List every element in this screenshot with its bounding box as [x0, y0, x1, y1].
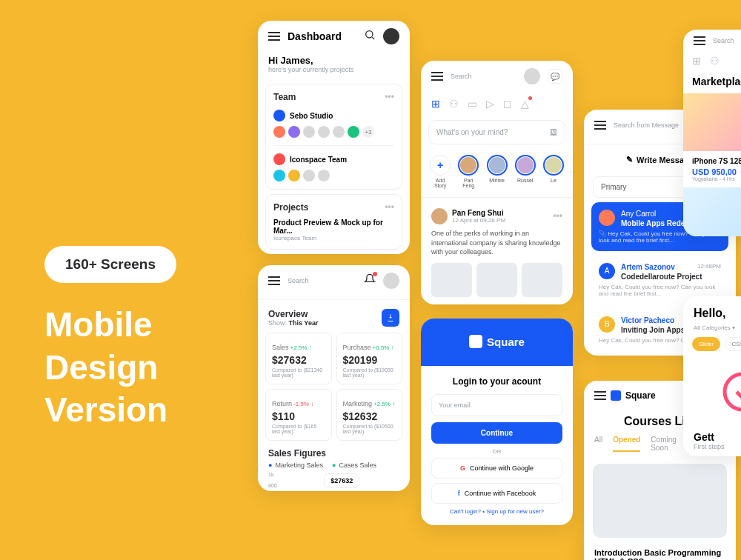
brand: Square — [487, 336, 525, 348]
more-icon[interactable]: ••• — [385, 92, 394, 102]
product-price: USD 950,00 — [692, 167, 741, 176]
nav-grid-icon[interactable]: ⊞ — [431, 98, 440, 110]
tab-opened[interactable]: Opened — [613, 436, 640, 452]
hero-title: Mobile Design Version — [44, 304, 176, 432]
project-title[interactable]: Product Preview & Mock up for Mar... — [273, 219, 394, 235]
avatar: B — [599, 316, 615, 333]
chip-slider[interactable]: Slider — [692, 337, 720, 351]
more-icon[interactable]: ••• — [385, 202, 394, 213]
product-image[interactable] — [683, 187, 741, 236]
more-icon[interactable]: ••• — [553, 211, 562, 221]
email-input[interactable]: Your email — [431, 394, 562, 416]
menu-icon[interactable] — [268, 36, 280, 37]
logo-icon — [469, 335, 482, 348]
menu-icon[interactable] — [594, 395, 606, 396]
nav-play-icon[interactable]: ▷ — [486, 98, 494, 110]
nav-users-icon[interactable]: ⚇ — [449, 98, 459, 110]
nav-bell-icon[interactable]: △ — [521, 98, 529, 110]
screen-hello: Hello, All Categories ▾ Slider CSS Gett … — [683, 296, 741, 456]
signup-link[interactable]: Sign up for new user? — [486, 508, 544, 515]
team-name[interactable]: Sebo Studio — [290, 112, 333, 120]
team-name[interactable]: Iconspace Team — [290, 156, 347, 164]
composer-input[interactable]: What's on your mind? 🖼 — [428, 120, 565, 144]
course-title[interactable]: Gett — [694, 431, 741, 443]
search-input[interactable]: Search — [451, 73, 516, 80]
search-input[interactable]: Search — [713, 37, 734, 44]
category-select[interactable]: All Categories ▾ — [683, 324, 741, 337]
team-members — [273, 170, 394, 181]
continue-button[interactable]: Continue — [431, 422, 562, 444]
stat-card[interactable]: Marketing+2.5% ↑$12632Compared to ($1050… — [336, 389, 403, 441]
feed-nav: ⊞ ⚇ ▭ ▷ ◻ △ — [421, 92, 573, 116]
screen-marketplace: Search ⊞ ⚇ Marketplace iPhone 7S 128 Ros… — [683, 30, 741, 236]
brand: Square — [625, 390, 656, 401]
story-item[interactable]: Le — [543, 155, 564, 188]
team-icon — [273, 110, 285, 121]
screen-feed: Search 💬 ⊞ ⚇ ▭ ▷ ◻ △ What's on your mind… — [421, 61, 573, 304]
legend-marketing: Marketing Sales — [268, 461, 323, 469]
nav-wallet-icon[interactable]: ▭ — [468, 98, 477, 110]
stat-card[interactable]: Return-1.5% ↓$110Compared to ($165 last … — [265, 389, 332, 441]
overview-title: Overview — [268, 309, 318, 319]
greeting: Hi James, — [268, 55, 399, 66]
svg-point-0 — [366, 31, 373, 38]
chart-tooltip: $27632 — [324, 473, 359, 488]
avatar[interactable] — [383, 273, 399, 289]
more-members[interactable]: +3 — [362, 126, 374, 138]
search-icon[interactable] — [364, 29, 376, 44]
page-title: Dashboard — [288, 30, 342, 42]
product-image[interactable] — [683, 93, 741, 151]
download-icon[interactable] — [382, 309, 399, 327]
menu-icon[interactable] — [431, 76, 443, 77]
or-divider: OR — [431, 448, 562, 455]
avatar[interactable] — [431, 208, 448, 224]
team-label: Team — [273, 92, 296, 102]
nav-grid-icon[interactable]: ⊞ — [692, 55, 701, 67]
messages-icon[interactable]: 💬 — [548, 69, 562, 84]
post-images[interactable] — [431, 263, 562, 297]
course-title[interactable]: Introduction Basic Programming HTML & CS… — [594, 548, 725, 560]
course-illustration — [683, 359, 741, 425]
avatar — [599, 210, 615, 226]
story-item[interactable]: Minnie — [486, 155, 507, 188]
add-story[interactable]: +Add Story — [430, 155, 451, 188]
image-icon[interactable]: 🖼 — [550, 128, 557, 136]
menu-icon[interactable] — [694, 40, 705, 41]
hero-text: 160+ Screens Mobile Design Version — [44, 246, 176, 432]
facebook-button[interactable]: fContinue with Facebook — [431, 483, 562, 504]
post-author: Pan Feng Shui — [452, 209, 505, 217]
screen-overview: Search Overview Show: This Year Sales+2.… — [258, 265, 410, 491]
nav-image-icon[interactable]: ◻ — [503, 98, 512, 110]
avatar[interactable] — [524, 68, 540, 84]
screens-pill: 160+ Screens — [44, 246, 176, 283]
story-item[interactable]: Russel — [515, 155, 536, 188]
bell-icon[interactable] — [364, 273, 376, 288]
show-filter[interactable]: Show: This Year — [268, 319, 318, 327]
product-location: Yogyakarta - 4 Hrs — [692, 176, 741, 181]
cant-login-link[interactable]: Can't login? — [450, 508, 481, 515]
menu-icon[interactable] — [594, 124, 606, 126]
greeting-sub: here's your currently projects — [268, 66, 399, 73]
sales-figures-title: Sales Figures — [268, 448, 399, 459]
marketplace-title: Marketplace — [683, 70, 741, 93]
tab-all[interactable]: All — [594, 436, 602, 452]
nav-users-icon[interactable]: ⚇ — [710, 55, 720, 67]
stat-card[interactable]: Sales+2.5% ↑$27632Compared to ($21340 la… — [265, 333, 332, 384]
team-icon — [273, 153, 285, 165]
google-button[interactable]: GContinue with Google — [431, 458, 562, 479]
login-heading: Login to your acount — [431, 376, 562, 387]
story-row: +Add Story Pan Feng Minnie Russel Le — [421, 149, 573, 194]
avatar[interactable] — [383, 28, 399, 44]
logo-icon — [611, 390, 621, 401]
legend-cases: Cases Sales — [332, 461, 376, 469]
course-image[interactable] — [593, 464, 727, 538]
product-name[interactable]: iPhone 7S 128 Rose Gold 99 — [692, 157, 741, 165]
search-input[interactable]: Search — [288, 277, 356, 284]
story-item[interactable]: Pan Feng — [458, 155, 479, 188]
stat-card[interactable]: Purchase+0.5% ↑$20199Compared to ($19000… — [336, 333, 403, 384]
chip-css[interactable]: CSS — [725, 337, 741, 351]
team-members: +3 — [273, 126, 394, 138]
menu-icon[interactable] — [268, 280, 280, 281]
post: Pan Feng Shui 12 April at 09.28 PM ••• O… — [421, 201, 573, 304]
avatar: A — [599, 263, 615, 279]
